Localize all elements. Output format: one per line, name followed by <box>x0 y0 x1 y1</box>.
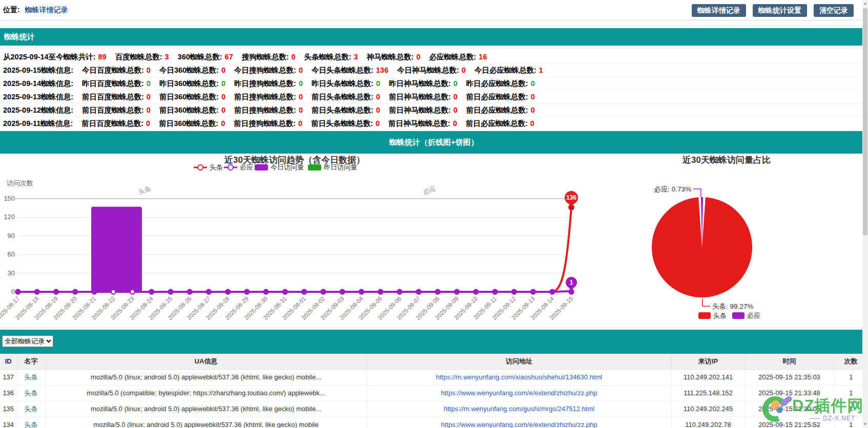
spider-stats-header: 蜘蛛统计 <box>0 28 868 46</box>
spider-detail-records-button[interactable]: 蜘蛛详情记录 <box>692 4 746 17</box>
stat-label: 从2025-09-14至今蜘蛛共计: <box>3 53 96 61</box>
stat-item: 2025-09-12蜘蛛信息: <box>3 106 73 114</box>
stat-label: 前日神马蜘蛛总数: <box>389 106 451 114</box>
stat-label: 今日百度蜘蛛总数: <box>82 66 144 74</box>
stat-item: 2025-09-14蜘蛛信息: <box>3 79 73 88</box>
svg-text:0: 0 <box>11 288 15 295</box>
stat-item: 今日头条蜘蛛总数:136 <box>312 66 388 74</box>
stat-item: 今日百度蜘蛛总数:0 <box>82 66 151 74</box>
stat-label: 头条蜘蛛总数: <box>304 53 352 61</box>
url-cell[interactable]: https://m.wenyunfang.com/gushi/mrgs/2475… <box>367 401 671 417</box>
pie-chart: 近30天蜘蛛访问量占比必应: 0.73%头条: 99.27%头条必应 <box>594 154 868 328</box>
stat-value: 1 <box>539 66 543 74</box>
records-table-head: ID名字UA信息访问地址来访IP时间次数 <box>0 354 868 369</box>
stat-label: 2025-09-11蜘蛛信息: <box>3 119 73 127</box>
stat-item: 前日百度蜘蛛总数:0 <box>81 119 150 127</box>
url-cell[interactable]: https://m.wenyunfang.com/xiaoshuo/shehui… <box>367 369 671 385</box>
url-cell[interactable]: https://www.wenyunfang.com/e/extend/zhiz… <box>367 385 671 401</box>
topbar: 位置:蜘蛛详情记录 蜘蛛详情记录 蜘蛛统计设置 清空记录 <box>0 0 868 20</box>
stat-value: 0 <box>221 106 225 114</box>
visited-url-link[interactable]: https://www.wenyunfang.com/e/extend/zhiz… <box>441 421 597 428</box>
ua-cell: mozilla/5.0 (linux; android 5.0) applewe… <box>45 369 367 385</box>
scrollbar-down-arrow-icon[interactable]: ▼ <box>862 421 868 428</box>
stat-label: 前日搜狗蜘蛛总数: <box>234 119 296 127</box>
stat-item: 昨日头条蜘蛛总数:0 <box>312 79 380 88</box>
record-filter-select[interactable]: 全部蜘蛛记录 <box>2 335 53 347</box>
stat-label: 前日头条蜘蛛总数: <box>311 119 373 127</box>
records-table-body: 137头条mozilla/5.0 (linux; android 5.0) ap… <box>0 369 868 428</box>
stat-value: 0 <box>221 79 225 88</box>
time-cell: 2025-09-15 21:33:48 <box>745 385 834 401</box>
stats-row: 2025-09-13蜘蛛信息:前日百度蜘蛛总数:0前日360蜘蛛总数:0前日搜狗… <box>0 90 868 103</box>
svg-text:必应: 必应 <box>422 185 437 196</box>
column-header: 来访IP <box>671 354 745 369</box>
stat-label: 2025-09-13蜘蛛信息: <box>3 93 73 101</box>
ua-cell: mozilla/5.0 (compatible; bytespider; htt… <box>45 385 367 401</box>
stat-value: 0 <box>147 79 151 88</box>
svg-text:必应: 必应 <box>747 312 760 319</box>
stat-item: 从2025-09-14至今蜘蛛共计:89 <box>3 53 107 61</box>
scrollbar-thumb[interactable] <box>863 8 867 236</box>
visited-url-link[interactable]: https://www.wenyunfang.com/e/extend/zhiz… <box>441 389 597 397</box>
stat-item: 前日头条蜘蛛总数:0 <box>312 93 380 101</box>
stat-item: 前日搜狗蜘蛛总数:0 <box>234 119 302 127</box>
stat-item: 前日神马蜘蛛总数:0 <box>389 106 458 114</box>
stat-item: 今日必应蜘蛛总数:1 <box>474 66 543 74</box>
stat-label: 前日头条蜘蛛总数: <box>312 106 374 114</box>
svg-text:120: 120 <box>4 213 15 221</box>
table-row: 134头条mozilla/5.0 (linux; android 5.0) ap… <box>0 417 868 428</box>
svg-text:访问次数: 访问次数 <box>7 179 33 187</box>
time-cell: 2025-09-15 21:35:03 <box>745 369 834 385</box>
visited-url-link[interactable]: https://m.wenyunfang.com/xiaoshuo/shehui… <box>436 373 602 381</box>
ip-cell: 110.249.202.78 <box>671 417 745 428</box>
table-row: 136头条mozilla/5.0 (compatible; bytespider… <box>0 385 868 401</box>
stat-label: 今日搜狗蜘蛛总数: <box>234 66 296 74</box>
stat-value: 0 <box>147 93 151 101</box>
page-scrollbar[interactable]: ▲ ▼ <box>862 0 868 428</box>
stat-value: 0 <box>298 119 302 127</box>
ip-cell: 111.225.148.152 <box>671 385 745 401</box>
stat-item: 前日神马蜘蛛总数:0 <box>388 119 457 127</box>
table-header-row: ID名字UA信息访问地址来访IP时间次数 <box>0 354 868 369</box>
chart-section-header: 蜘蛛统计（折线图+饼图） <box>0 131 868 154</box>
stat-value: 89 <box>98 53 107 61</box>
url-cell[interactable]: https://www.wenyunfang.com/e/extend/zhiz… <box>367 417 671 428</box>
visited-url-link[interactable]: https://m.wenyunfang.com/gushi/mrgs/2475… <box>444 405 594 413</box>
stat-item: 昨日360蜘蛛总数:0 <box>159 79 225 88</box>
location-label: 位置: <box>3 6 20 14</box>
svg-text:1: 1 <box>570 279 573 286</box>
stat-label: 前日百度蜘蛛总数: <box>82 106 144 114</box>
clear-records-button[interactable]: 清空记录 <box>814 4 854 17</box>
location-link[interactable]: 蜘蛛详情记录 <box>25 6 68 14</box>
svg-text:必应: 0.73%: 必应: 0.73% <box>654 185 691 193</box>
stat-label: 前日百度蜘蛛总数: <box>81 119 143 127</box>
stat-item: 前日百度蜘蛛总数:0 <box>82 106 151 114</box>
stat-value: 0 <box>453 106 458 114</box>
stat-item: 2025-09-13蜘蛛信息: <box>3 93 73 101</box>
stat-label: 前日必应蜘蛛总数: <box>466 106 528 114</box>
stat-item: 头条蜘蛛总数:3 <box>304 53 358 61</box>
stat-value: 0 <box>453 79 458 88</box>
scrollbar-up-arrow-icon[interactable]: ▲ <box>862 0 868 7</box>
stat-label: 昨日百度蜘蛛总数: <box>82 79 144 88</box>
stat-value: 0 <box>299 66 303 74</box>
id-cell: 134 <box>0 417 17 428</box>
stat-item: 百度蜘蛛总数:3 <box>115 53 169 61</box>
stat-label: 前日搜狗蜘蛛总数: <box>234 106 296 114</box>
stat-value: 67 <box>225 53 233 61</box>
stat-label: 今日头条蜘蛛总数: <box>312 66 374 74</box>
ua-cell: mozilla/5.0 (linux; android 5.0) applewe… <box>45 401 367 417</box>
stat-item: 前日头条蜘蛛总数:0 <box>312 106 380 114</box>
name-cell: 头条 <box>17 369 45 385</box>
stat-value: 0 <box>416 53 420 61</box>
stat-item: 搜狗蜘蛛总数:0 <box>242 53 296 61</box>
stat-value: 0 <box>531 93 535 101</box>
spider-stats-settings-button[interactable]: 蜘蛛统计设置 <box>753 4 807 17</box>
stat-label: 昨日360蜘蛛总数: <box>159 79 219 88</box>
stat-label: 前日百度蜘蛛总数: <box>82 93 144 101</box>
svg-text:今日访问量: 今日访问量 <box>271 163 304 171</box>
stat-item: 前日360蜘蛛总数:0 <box>159 106 225 114</box>
svg-text:昨日访问量: 昨日访问量 <box>324 163 357 171</box>
stat-label: 今日360蜘蛛总数: <box>159 66 219 74</box>
stat-label: 360蜘蛛总数: <box>178 53 222 61</box>
